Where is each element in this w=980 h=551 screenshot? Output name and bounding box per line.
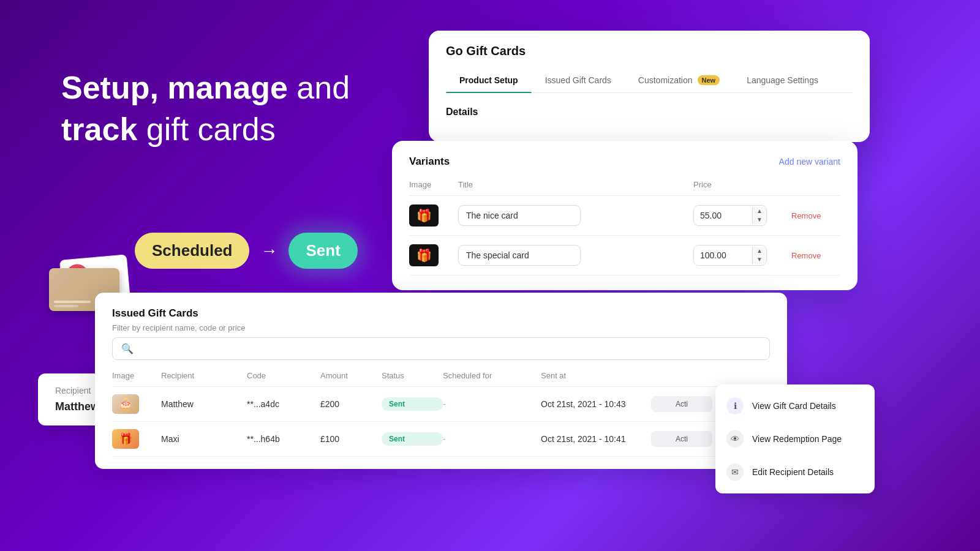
filter-label: Filter by recipient name, code or price bbox=[112, 323, 770, 332]
price-input-2[interactable] bbox=[694, 246, 752, 265]
table-row: 🎁 Maxi **...h64b £100 Sent - Oct 21st, 2… bbox=[112, 422, 770, 457]
eye-icon: 👁 bbox=[726, 430, 744, 448]
price-input-1[interactable] bbox=[694, 206, 752, 225]
action-btn-1[interactable]: Acti bbox=[651, 396, 712, 412]
app-window: Go Gift Cards Product Setup Issued Gift … bbox=[429, 31, 870, 142]
row-recipient-1: Matthew bbox=[161, 399, 247, 409]
row-code-1: **...a4dc bbox=[247, 399, 320, 409]
variant-title-field-1 bbox=[458, 205, 693, 226]
price-up-2[interactable]: ▲ bbox=[753, 247, 766, 255]
hero-normal-2: gift cards bbox=[137, 111, 275, 147]
price-stepper-1: ▲ ▼ bbox=[752, 207, 766, 224]
th-sent: Sent at bbox=[541, 371, 651, 380]
details-section-title: Details bbox=[446, 107, 853, 118]
app-title: Go Gift Cards bbox=[446, 44, 853, 58]
variants-table-header: Image Title Price bbox=[409, 180, 840, 196]
app-header: Go Gift Cards Product Setup Issued Gift … bbox=[429, 31, 870, 93]
hero-text: Setup, manage and track gift cards bbox=[61, 67, 350, 150]
mail-icon: ✉ bbox=[726, 463, 744, 481]
row-amount-2: £100 bbox=[320, 434, 382, 444]
action-btn-2[interactable]: Acti bbox=[651, 431, 712, 447]
remove-btn-2[interactable]: Remove bbox=[791, 251, 840, 260]
th-code: Code bbox=[247, 371, 320, 380]
variant-row: 🎁 ▲ ▼ Remove bbox=[409, 196, 840, 236]
variants-header: Variants Add new variant bbox=[409, 156, 840, 168]
arrow-icon: → bbox=[260, 241, 277, 261]
row-status-1: Sent bbox=[382, 397, 443, 411]
row-status-2: Sent bbox=[382, 432, 443, 446]
row-image-2: 🎁 bbox=[112, 429, 139, 449]
row-image-1: 🎂 bbox=[112, 394, 139, 414]
price-input-wrap-1: ▲ ▼ bbox=[693, 205, 767, 226]
variant-image-2: 🎁 bbox=[409, 244, 439, 266]
tab-product-setup[interactable]: Product Setup bbox=[446, 69, 532, 92]
th-status: Status bbox=[382, 371, 443, 380]
row-amount-1: £200 bbox=[320, 399, 382, 409]
row-recipient-2: Maxi bbox=[161, 434, 247, 444]
variant-title-input-2[interactable] bbox=[458, 245, 581, 266]
col-title: Title bbox=[458, 180, 693, 189]
price-stepper-2: ▲ ▼ bbox=[752, 247, 766, 264]
price-down-2[interactable]: ▼ bbox=[753, 255, 766, 264]
row-scheduled-2: - bbox=[443, 434, 541, 444]
table-row: 🎂 Matthew **...a4dc £200 Sent - Oct 21st… bbox=[112, 387, 770, 422]
gift-table: Image Recipient Code Amount Status Sched… bbox=[112, 371, 770, 457]
gc-line-2 bbox=[54, 305, 78, 307]
th-scheduled: Scheduled for bbox=[443, 371, 541, 380]
row-scheduled-1: - bbox=[443, 399, 541, 409]
search-wrap: 🔍 bbox=[112, 337, 770, 360]
row-code-2: **...h64b bbox=[247, 434, 320, 444]
search-input[interactable] bbox=[138, 344, 761, 354]
tab-issued-gift-cards[interactable]: Issued Gift Cards bbox=[532, 69, 625, 92]
hero-normal-1: and bbox=[288, 70, 350, 105]
issued-panel: Issued Gift Cards Filter by recipient na… bbox=[95, 293, 787, 469]
app-body: Details bbox=[429, 93, 870, 142]
th-amount: Amount bbox=[320, 371, 382, 380]
col-action bbox=[791, 180, 840, 189]
issued-title: Issued Gift Cards bbox=[112, 307, 770, 320]
search-icon: 🔍 bbox=[121, 343, 134, 354]
col-price: Price bbox=[693, 180, 791, 189]
price-up-1[interactable]: ▲ bbox=[753, 207, 766, 216]
remove-btn-1[interactable]: Remove bbox=[791, 211, 840, 220]
th-action bbox=[651, 371, 712, 380]
menu-label-view-redemption: View Redemption Page bbox=[752, 434, 842, 444]
hero-bold-1: Setup, manage bbox=[61, 70, 288, 105]
variants-title: Variants bbox=[409, 156, 450, 168]
gc-line-1 bbox=[54, 301, 91, 303]
scheduled-pill: Scheduled bbox=[135, 233, 249, 269]
menu-label-view-details: View Gift Card Details bbox=[752, 401, 836, 411]
th-recipient: Recipient bbox=[161, 371, 247, 380]
price-input-wrap-2: ▲ ▼ bbox=[693, 245, 767, 266]
variant-row: 🎁 ▲ ▼ Remove bbox=[409, 236, 840, 276]
variants-panel: Variants Add new variant Image Title Pri… bbox=[392, 141, 858, 290]
app-tabs: Product Setup Issued Gift Cards Customiz… bbox=[446, 69, 853, 93]
menu-label-edit-recipient: Edit Recipient Details bbox=[752, 467, 834, 477]
price-down-1[interactable]: ▼ bbox=[753, 216, 766, 224]
variant-image-1: 🎁 bbox=[409, 204, 439, 227]
row-sent-at-1: Oct 21st, 2021 - 10:43 bbox=[541, 399, 651, 409]
context-menu: ℹ View Gift Card Details 👁 View Redempti… bbox=[715, 384, 875, 493]
add-variant-button[interactable]: Add new variant bbox=[779, 157, 840, 167]
info-icon: ℹ bbox=[726, 397, 744, 414]
sent-pill: Sent bbox=[288, 233, 357, 269]
tab-language-settings[interactable]: Language Settings bbox=[733, 69, 832, 92]
th-image: Image bbox=[112, 371, 161, 380]
status-flow: Scheduled → Sent bbox=[135, 233, 358, 269]
menu-item-view-redemption[interactable]: 👁 View Redemption Page bbox=[715, 422, 875, 455]
menu-item-view-details[interactable]: ℹ View Gift Card Details bbox=[715, 389, 875, 422]
variant-title-field-2 bbox=[458, 245, 693, 266]
tab-customization[interactable]: Customization New bbox=[625, 69, 733, 92]
table-header: Image Recipient Code Amount Status Sched… bbox=[112, 371, 770, 387]
tab-badge-new: New bbox=[698, 75, 720, 85]
menu-item-edit-recipient[interactable]: ✉ Edit Recipient Details bbox=[715, 455, 875, 489]
variant-title-input-1[interactable] bbox=[458, 205, 581, 226]
col-image: Image bbox=[409, 180, 458, 189]
row-sent-at-2: Oct 21st, 2021 - 10:41 bbox=[541, 434, 651, 444]
hero-bold-2: track bbox=[61, 111, 137, 147]
